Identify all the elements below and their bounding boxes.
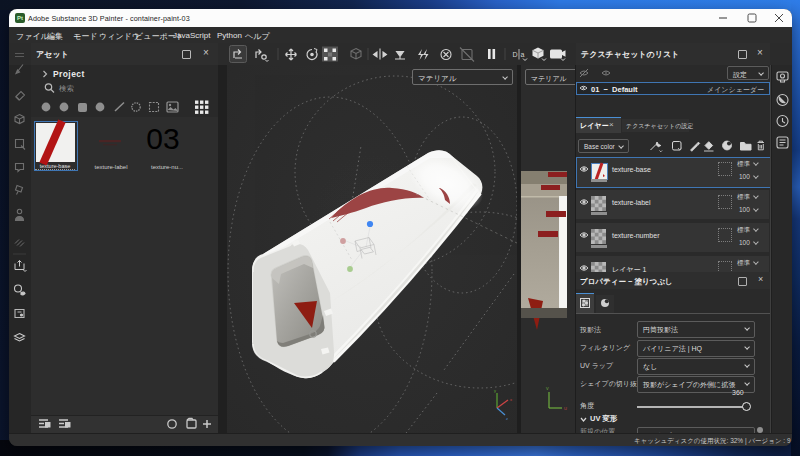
svg-text:z: z bbox=[506, 416, 508, 421]
svg-text:a: a bbox=[521, 51, 525, 58]
svg-text:y: y bbox=[494, 388, 496, 393]
svg-text:V: V bbox=[546, 386, 549, 391]
svg-text:D: D bbox=[513, 51, 518, 58]
svg-text:U: U bbox=[564, 406, 567, 411]
svg-text:x: x bbox=[510, 397, 512, 402]
